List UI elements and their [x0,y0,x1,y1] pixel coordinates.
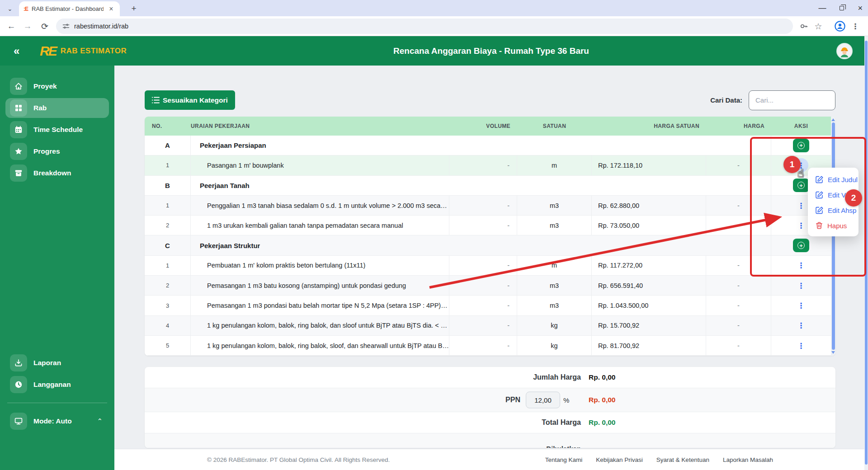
row-actions-button[interactable]: ⋮ [797,281,805,290]
row-actions-button[interactable]: ⋮ [797,301,805,310]
monitor-icon [10,413,27,430]
url-bar[interactable]: rabestimator.id/rab [56,19,793,34]
menu-item-label: Edit Judul [828,176,858,183]
sidebar-item-label: Proyek [33,82,57,90]
column-header-no[interactable]: NO. [145,123,191,129]
sidebar-item-label: Rab [33,104,47,112]
column-header-aksi[interactable]: AKSI [771,123,831,129]
tab-strip: ⌄ :E RAB Estimator - Dashboard × + — × [0,0,868,16]
column-header-satuan[interactable]: SATUAN [517,123,592,129]
browser-toolbar: ← → ⟳ rabestimator.id/rab ☆ ⋮ [0,16,868,36]
password-key-icon[interactable] [797,20,810,33]
new-tab-button[interactable]: + [128,3,140,14]
row-actions-button[interactable]: ⋮ [797,221,805,230]
menu-item-label: Edit Ahsp [828,207,856,214]
menu-item-label: Hapus [827,222,847,230]
footer-link-laporkan-masalah[interactable]: Laporkan Masalah [723,456,773,463]
back-button[interactable]: ← [4,19,19,34]
sidebar-bottom: LaporanLangganan Mode: Auto ⌃ [5,353,109,433]
browser-profile-avatar[interactable] [834,20,846,33]
category-title: Peerjaan Tanah [191,176,771,195]
row-actions-button[interactable]: ⋮ [797,201,805,210]
menu-item-hapus[interactable]: Hapus [808,218,859,233]
add-row-button[interactable]: + [793,139,809,152]
window-restore-button[interactable] [840,6,844,10]
item-unit: kg [517,316,592,335]
row-number: 5 [145,336,191,355]
sidebar-item-breakdown[interactable]: Breakdown [5,163,109,183]
row-actions-button[interactable]: ⋮ [797,321,805,330]
item-unit: m3 [517,216,592,235]
item-price: - [706,296,771,315]
annotation-step-2: 2 [845,189,862,207]
row-actions-button[interactable]: ⋮ [797,341,805,350]
summary-row-partial: Dibulatkan [145,433,835,448]
forward-button[interactable]: → [20,19,35,34]
tab-search-button[interactable]: ⌄ [5,3,15,14]
item-description: Pasangan 1 m' bouwplank [191,155,449,175]
row-actions-button[interactable]: ⋮ [797,261,805,270]
sidebar-item-laporan[interactable]: Laporan [5,353,109,373]
window-close-button[interactable]: × [858,4,863,13]
ppn-label: PPN [505,396,520,404]
item-description: Pemasangan 1 m3 batu kosong (anstamping)… [191,276,449,295]
table-row: 1Pasangan 1 m' bouwplank-mRp. 172.118,10… [145,155,831,175]
table-row: 1Penggalian 1 m3 tanah biasa sedalam 0 s… [145,196,831,216]
item-description: Pembuatan 1 m' kolom praktis beton bertu… [191,256,449,275]
summary-row-jumlah: Jumlah Harga Rp. 0,00 [145,367,835,388]
item-actions: ⋮ [771,316,831,335]
table-header-row: NO.URAIAN PEKERJAANVOLUMESATUANHARGA SAT… [145,117,831,136]
sidebar-collapse-button[interactable]: « [14,45,19,57]
add-row-button[interactable]: + [793,179,809,192]
sidebar-item-langganan[interactable]: Langganan [5,375,109,395]
site-settings-icon[interactable] [62,23,70,30]
main-content: Sesuaikan Kategori Cari Data: NO.URAIAN … [114,66,868,470]
item-volume: - [449,316,517,335]
browser-tab[interactable]: :E RAB Estimator - Dashboard × [19,1,120,16]
column-header-harga[interactable]: HARGA [706,123,771,129]
sidebar-item-progres[interactable]: Progres [5,141,109,161]
copyright-text: © 2026 RABEstimator. PT Global Optima Ci… [207,456,390,463]
sidebar-item-time-schedule[interactable]: Time Schedule [5,120,109,140]
browser-menu-icon[interactable]: ⋮ [849,20,862,33]
ppn-input[interactable] [526,392,560,409]
user-avatar[interactable] [837,44,852,58]
edit-icon [816,207,823,214]
table-row: 21 m3 urukan kembali galian tanah tanpa … [145,216,831,235]
item-actions: ⋮ [771,276,831,295]
rounded-row-label: Dibulatkan [546,445,581,448]
summary-row-ppn: PPN % Rp. 0,00 [145,388,835,412]
sidebar-item-mode-auto[interactable]: Mode: Auto ⌃ [5,411,109,431]
add-row-button[interactable]: + [793,239,809,252]
category-title: Pekerjaan Persiapan [191,136,771,155]
item-price: - [706,216,771,235]
calendar-icon [10,121,27,138]
item-unit-price: Rp. 172.118,10 [592,155,706,175]
item-volume: - [449,256,517,275]
column-header-volume[interactable]: VOLUME [449,123,517,129]
item-description: Penggalian 1 m3 tanah biasa sedalam 0 s.… [191,196,449,215]
search-input[interactable] [749,90,835,110]
menu-item-edit-judul[interactable]: Edit Judul [808,172,859,187]
adjust-category-button[interactable]: Sesuaikan Kategori [145,90,235,110]
rab-table: NO.URAIAN PEKERJAANVOLUMESATUANHARGA SAT… [145,117,835,356]
item-volume: - [449,196,517,215]
table-row: 3Pemasangan 1 m3 pondasi batu belah mort… [145,296,831,315]
summary-card: Jumlah Harga Rp. 0,00 PPN % Rp. 0,00 Tot… [145,367,835,448]
plus-icon: + [797,242,805,249]
item-volume: - [449,296,517,315]
sidebar-item-proyek[interactable]: Proyek [5,76,109,96]
adjust-category-label: Sesuaikan Kategori [163,96,228,104]
window-minimize-button[interactable]: — [818,4,826,13]
footer-link-tentang-kami[interactable]: Tentang Kami [545,456,583,463]
footer-link-kebijakan-privasi[interactable]: Kebijakan Privasi [596,456,643,463]
sidebar-item-rab[interactable]: Rab [5,98,109,118]
reload-button[interactable]: ⟳ [37,19,52,34]
column-header-uraian-pekerjaan[interactable]: URAIAN PEKERJAAN [191,123,449,129]
column-header-harga-satuan[interactable]: HARGA SATUAN [592,123,706,129]
footer-link-syarat-ketentuan[interactable]: Syarat & Ketentuan [656,456,709,463]
tab-close-icon[interactable]: × [107,5,115,13]
item-unit: m3 [517,296,592,315]
page-scrollbar[interactable] [864,36,868,470]
bookmark-star-icon[interactable]: ☆ [812,20,825,33]
